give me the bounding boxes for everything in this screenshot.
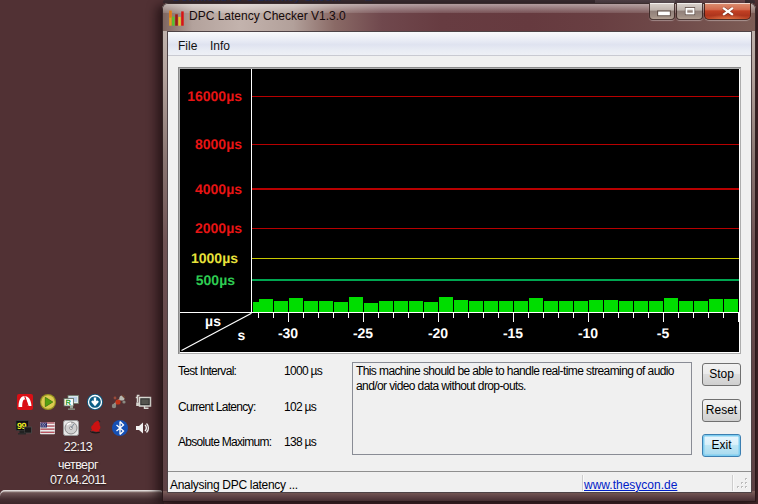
svg-text:500µs: 500µs	[196, 272, 235, 288]
svg-text:-30: -30	[278, 325, 298, 341]
svg-text:-5: -5	[657, 325, 670, 341]
svg-text:4000µs: 4000µs	[195, 181, 242, 197]
svg-text:-25: -25	[353, 325, 373, 341]
svg-text:-10: -10	[578, 325, 598, 341]
svg-text:2000µs: 2000µs	[195, 220, 242, 236]
svg-text:8000µs: 8000µs	[195, 136, 242, 152]
svg-text:R: R	[66, 398, 72, 407]
svg-text:16000µs: 16000µs	[187, 88, 242, 104]
svg-text:1000µs: 1000µs	[191, 250, 238, 266]
svg-text:µs: µs	[205, 313, 221, 329]
svg-text:-15: -15	[503, 325, 523, 341]
svg-text:-20: -20	[428, 325, 448, 341]
svg-text:s: s	[238, 327, 246, 343]
